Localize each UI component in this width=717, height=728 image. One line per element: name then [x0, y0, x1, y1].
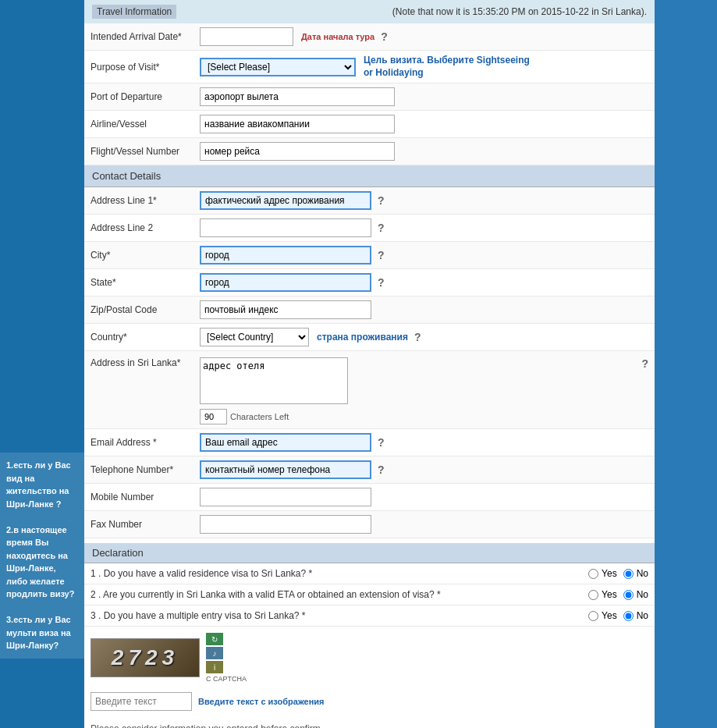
- sri-lanka-address-row: Address in Sri Lanka* Characters Left ?: [84, 351, 655, 429]
- arrival-date-hint: Дата начала тура: [301, 32, 374, 41]
- purpose-hint: Цель визита. Выберите Sightseeingor Holi…: [364, 55, 530, 79]
- country-hint: страна проживания: [317, 332, 408, 343]
- q3-yes-label: Yes: [602, 610, 617, 621]
- port-input[interactable]: [200, 87, 395, 106]
- captcha-row: 2723 ↻ ♪ i C CAPTCHA: [84, 627, 655, 689]
- fax-row: Fax Number: [84, 511, 655, 538]
- notice-text: (Note that now it is 15:35:20 PM on 2015…: [392, 6, 647, 17]
- captcha-info-button[interactable]: i: [206, 661, 223, 673]
- declaration-q2-row: 2 . Are you currently in Sri Lanka with …: [84, 584, 655, 605]
- purpose-select[interactable]: [Select Please]: [200, 58, 356, 76]
- zip-label: Zip/Postal Code: [91, 304, 200, 315]
- address2-help-icon[interactable]: ?: [378, 222, 385, 234]
- captcha-input-row: Введите текст с изображения: [84, 689, 655, 717]
- address2-label: Address Line 2: [91, 222, 200, 233]
- sri-lanka-help-icon[interactable]: ?: [641, 357, 648, 370]
- address1-row: Address Line 1* ?: [84, 187, 655, 215]
- captcha-audio-button[interactable]: ♪: [206, 647, 223, 659]
- declaration-q2: 2 . Are you currently in Sri Lanka with …: [91, 589, 582, 600]
- declaration-header: Declaration: [84, 543, 655, 563]
- zip-row: Zip/Postal Code: [84, 297, 655, 324]
- phone-help-icon[interactable]: ?: [378, 463, 385, 476]
- captcha-image: 2723: [91, 638, 200, 677]
- sidebar-annotation: 1.есть ли у Вас вид на жительство на Шри…: [0, 453, 84, 659]
- phone-label: Telephone Number*: [91, 464, 200, 475]
- travel-info-label: Travel Information: [92, 5, 176, 19]
- captcha-input[interactable]: [91, 692, 192, 711]
- captcha-controls: ↻ ♪ i C CAPTCHA: [206, 633, 247, 683]
- port-label: Port of Departure: [91, 91, 200, 102]
- country-select[interactable]: [Select Country]: [200, 328, 309, 346]
- declaration-q3: 3 . Do you have a multiple entry visa to…: [91, 610, 582, 621]
- q3-no-label: No: [637, 610, 648, 621]
- sri-lanka-label: Address in Sri Lanka*: [91, 357, 200, 368]
- q2-yes-group: Yes: [588, 589, 617, 600]
- email-label: Email Address *: [91, 437, 200, 448]
- address2-input[interactable]: [200, 218, 371, 237]
- q3-no-group: No: [623, 610, 648, 621]
- q2-no-radio[interactable]: [623, 590, 634, 600]
- declaration-q1-row: 1 . Do you have a valid residence visa t…: [84, 563, 655, 584]
- state-row: State* ?: [84, 269, 655, 297]
- airline-input[interactable]: [200, 115, 395, 133]
- purpose-row: Purpose of Visit* [Select Please] Цель в…: [84, 51, 655, 83]
- airline-label: Airline/Vessel: [91, 119, 200, 130]
- country-label: Country*: [91, 332, 200, 343]
- fax-label: Fax Number: [91, 519, 200, 530]
- captcha-hint: Введите текст с изображения: [198, 697, 325, 706]
- q3-yes-group: Yes: [588, 610, 617, 621]
- q3-yes-radio[interactable]: [588, 611, 598, 621]
- arrival-date-label: Intended Arrival Date*: [91, 31, 200, 42]
- state-input[interactable]: [200, 273, 371, 292]
- state-label: State*: [91, 277, 200, 288]
- declaration-q3-row: 3 . Do you have a multiple entry visa to…: [84, 605, 655, 627]
- arrival-date-help-icon[interactable]: ?: [381, 30, 388, 43]
- phone-row: Telephone Number* ?: [84, 456, 655, 484]
- flight-label: Flight/Vessel Number: [91, 146, 200, 157]
- chars-left-label: Characters Left: [230, 412, 289, 421]
- purpose-label: Purpose of Visit*: [91, 62, 200, 73]
- q1-no-group: No: [623, 568, 648, 579]
- country-row: Country* [Select Country] страна прожива…: [84, 324, 655, 351]
- q1-yes-radio[interactable]: [588, 569, 598, 579]
- notice-bar: Travel Information (Note that now it is …: [84, 0, 655, 23]
- city-input[interactable]: [200, 246, 371, 265]
- q2-no-group: No: [623, 589, 648, 600]
- mobile-label: Mobile Number: [91, 492, 200, 502]
- q2-no-label: No: [637, 589, 648, 600]
- flight-row: Flight/Vessel Number: [84, 138, 655, 165]
- contact-header: Contact Details: [84, 165, 655, 187]
- email-input[interactable]: [200, 433, 371, 452]
- arrival-date-row: Intended Arrival Date* Дата начала тура …: [84, 23, 655, 51]
- captcha-logo: C CAPTCHA: [206, 675, 247, 683]
- port-row: Port of Departure document.querySelector…: [84, 83, 655, 111]
- q1-no-radio[interactable]: [623, 569, 634, 579]
- city-label: City*: [91, 250, 200, 261]
- address2-row: Address Line 2 ?: [84, 215, 655, 242]
- chars-left-input[interactable]: [200, 409, 227, 424]
- q3-no-radio[interactable]: [623, 611, 634, 621]
- fax-input[interactable]: [200, 515, 371, 534]
- state-help-icon[interactable]: ?: [378, 276, 385, 289]
- mobile-input[interactable]: [200, 488, 371, 506]
- address1-help-icon[interactable]: ?: [378, 194, 385, 207]
- q1-yes-label: Yes: [602, 568, 617, 579]
- sri-lanka-textarea[interactable]: [200, 357, 348, 404]
- mobile-row: Mobile Number: [84, 484, 655, 511]
- airline-row: Airline/Vessel: [84, 111, 655, 138]
- city-help-icon[interactable]: ?: [378, 249, 385, 261]
- captcha-refresh-button[interactable]: ↻: [206, 633, 223, 645]
- email-help-icon[interactable]: ?: [378, 436, 385, 449]
- phone-input[interactable]: [200, 460, 371, 479]
- country-help-icon[interactable]: ?: [414, 331, 421, 343]
- q1-no-label: No: [637, 568, 648, 579]
- zip-input[interactable]: [200, 300, 371, 319]
- q2-yes-radio[interactable]: [588, 590, 598, 600]
- address1-label: Address Line 1*: [91, 195, 200, 206]
- flight-input[interactable]: [200, 142, 395, 161]
- confirm-notice: Please consider information you entered …: [84, 717, 655, 728]
- q1-yes-group: Yes: [588, 568, 617, 579]
- arrival-date-input[interactable]: [200, 27, 293, 46]
- email-row: Email Address * ?: [84, 429, 655, 456]
- address1-input[interactable]: [200, 191, 371, 210]
